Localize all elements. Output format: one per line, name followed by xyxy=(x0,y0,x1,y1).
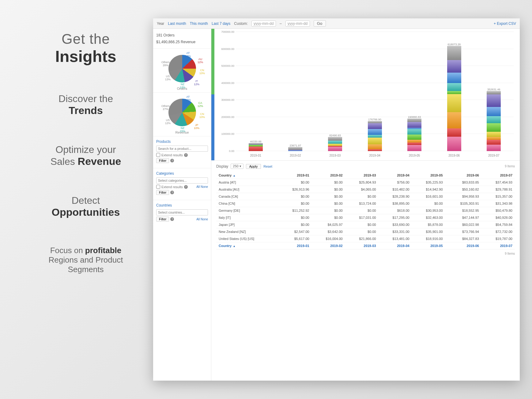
bar-segment[interactable] xyxy=(487,94,501,107)
bar-segment[interactable] xyxy=(368,129,382,135)
range-year[interactable]: Year xyxy=(157,21,164,26)
bar-segment[interactable] xyxy=(328,141,342,143)
item-count-bottom: 9 Items xyxy=(216,252,515,255)
bar-segment[interactable] xyxy=(368,123,382,129)
column-header[interactable]: 2019-05 xyxy=(412,172,445,179)
column-header[interactable]: 2019-03 xyxy=(345,172,379,179)
reset-link[interactable]: Reset xyxy=(263,165,272,168)
bar-segment[interactable] xyxy=(407,140,421,142)
date-toolbar: Year Last month This month Last 7 days C… xyxy=(153,18,520,29)
bar-segment[interactable] xyxy=(487,140,501,145)
countries-input[interactable] xyxy=(156,209,208,215)
bar-segment[interactable] xyxy=(328,147,342,151)
bar-segment[interactable] xyxy=(447,137,461,151)
bar-segment[interactable] xyxy=(447,60,461,73)
table-row[interactable]: Japan [JP]$0.00$4,025.97$0.00$33,690.00$… xyxy=(216,221,515,228)
help-icon[interactable]: ? xyxy=(170,159,174,162)
bar-segment[interactable] xyxy=(487,137,501,140)
categories-input[interactable] xyxy=(156,177,208,184)
table-row[interactable]: Italy [IT]$0.00$0.00$17,031.00$17,295.00… xyxy=(216,214,515,221)
product-search-input[interactable] xyxy=(156,146,208,152)
bar-segment[interactable] xyxy=(288,150,302,151)
categories-all-none[interactable]: All None xyxy=(196,185,208,188)
bar-segment[interactable] xyxy=(447,91,461,94)
pie-label: AT13% xyxy=(185,51,191,58)
headline-4a: Detect xyxy=(18,195,153,206)
pie-label: CA12% xyxy=(198,101,203,108)
pie-label: US13% xyxy=(165,75,171,81)
table-row[interactable]: Canada [CA]$0.00$0.00$0.00$28,238.90$16,… xyxy=(216,193,515,200)
pie-label: NZ15% xyxy=(180,127,185,133)
help-icon[interactable]: ? xyxy=(184,153,188,157)
bar-segment[interactable] xyxy=(368,138,382,144)
data-table-zone: Display 250 ▾ Apply Reset 9 Items Countr… xyxy=(211,161,520,261)
table-row[interactable]: Austria [AT]$0.00$0.00$25,804.93$756.00$… xyxy=(216,179,515,186)
table-row[interactable]: United States (US) [US]$5,617.00$16,004.… xyxy=(216,235,515,242)
item-count-top: 9 Items xyxy=(505,165,515,168)
column-header[interactable]: 2019-01 xyxy=(278,172,312,179)
products-filter-button[interactable]: Filter xyxy=(156,158,169,163)
column-header[interactable]: 2019-04 xyxy=(379,172,412,179)
help-icon[interactable]: ? xyxy=(170,217,174,221)
bar-segment[interactable] xyxy=(407,119,421,122)
headline-4b: Opportunities xyxy=(18,206,153,218)
bar-segment[interactable] xyxy=(447,73,461,83)
bar-segment[interactable] xyxy=(328,144,342,146)
sidebar: 181 Orders $1,490,866.25 Revenue AT13%AU… xyxy=(153,29,211,381)
categories-filter-button[interactable]: Filter xyxy=(156,190,169,195)
table-row[interactable]: Australia [AU]$26,913.96$0.00$4,065.00$1… xyxy=(216,186,515,193)
countries-filter: Countries Filter ? All None xyxy=(153,200,211,226)
headline-1b: Insights xyxy=(18,47,153,66)
column-header[interactable]: 2019-07 xyxy=(481,172,515,179)
bar-segment[interactable] xyxy=(487,91,501,94)
go-button[interactable]: Go xyxy=(314,20,326,27)
bar-segment[interactable] xyxy=(407,129,421,135)
bar-segment[interactable] xyxy=(407,122,421,128)
apply-button[interactable]: Apply xyxy=(246,164,261,169)
bar-segment[interactable] xyxy=(447,83,461,91)
bar-segment[interactable] xyxy=(487,145,501,151)
bar-segment[interactable] xyxy=(487,107,501,116)
bar-segment[interactable] xyxy=(487,123,501,132)
products-extend-checkbox[interactable] xyxy=(156,153,160,157)
bar-segment[interactable] xyxy=(447,128,461,137)
pie-label: NZ12% xyxy=(180,83,185,89)
range-last-7-days[interactable]: Last 7 days xyxy=(212,21,230,26)
bar-segment[interactable] xyxy=(368,144,382,149)
date-to-input[interactable]: yyyy-mm-dd xyxy=(285,21,310,27)
pie-label: AT12% xyxy=(185,95,191,101)
bar-segment[interactable] xyxy=(407,142,421,145)
table-row[interactable]: Germany [DE]$11,252.92$0.00$0.00$618.00$… xyxy=(216,207,515,214)
bar-segment[interactable] xyxy=(328,137,342,141)
categories-extend-checkbox[interactable] xyxy=(156,185,160,189)
dashboard-app: Year Last month This month Last 7 days C… xyxy=(153,18,520,381)
help-icon[interactable]: ? xyxy=(184,185,188,189)
countries-filter-button[interactable]: Filter xyxy=(156,217,169,222)
bar-segment[interactable] xyxy=(447,112,461,128)
bar-segment[interactable] xyxy=(487,132,501,137)
pie-label: Others28% xyxy=(161,61,170,67)
display-count-select[interactable]: 250 ▾ xyxy=(231,164,243,169)
range-last-month[interactable]: Last month xyxy=(168,21,186,26)
column-header[interactable]: 2019-02 xyxy=(312,172,345,179)
bar-segment[interactable] xyxy=(368,135,382,138)
revenue-table: Country▲2019-012019-022019-032019-042019… xyxy=(216,172,515,249)
export-csv-link[interactable]: + Export CSV xyxy=(494,21,516,26)
bar-segment[interactable] xyxy=(249,146,263,151)
column-header[interactable]: Country▲ xyxy=(216,172,278,179)
bar-segment[interactable] xyxy=(407,145,421,151)
bar-segment[interactable] xyxy=(487,116,501,123)
bar-segment[interactable] xyxy=(368,121,382,123)
help-icon[interactable]: ? xyxy=(170,191,174,194)
range-this-month[interactable]: This month xyxy=(190,21,208,26)
table-row[interactable]: China [CN]$0.00$0.00$13,724.00$38,895.00… xyxy=(216,200,515,207)
bar-segment[interactable] xyxy=(447,94,461,112)
countries-all-none[interactable]: All None xyxy=(196,218,208,221)
bar-segment[interactable] xyxy=(447,46,461,60)
table-row[interactable]: New Zealand [NZ]$2,547.00$3,642.00$0.00$… xyxy=(216,228,515,235)
bar-segment[interactable] xyxy=(288,147,302,150)
pie-label: US12% xyxy=(165,119,171,125)
column-header[interactable]: 2019-06 xyxy=(445,172,481,179)
bar-segment[interactable] xyxy=(407,135,421,140)
date-from-input[interactable]: yyyy-mm-dd xyxy=(251,21,276,27)
